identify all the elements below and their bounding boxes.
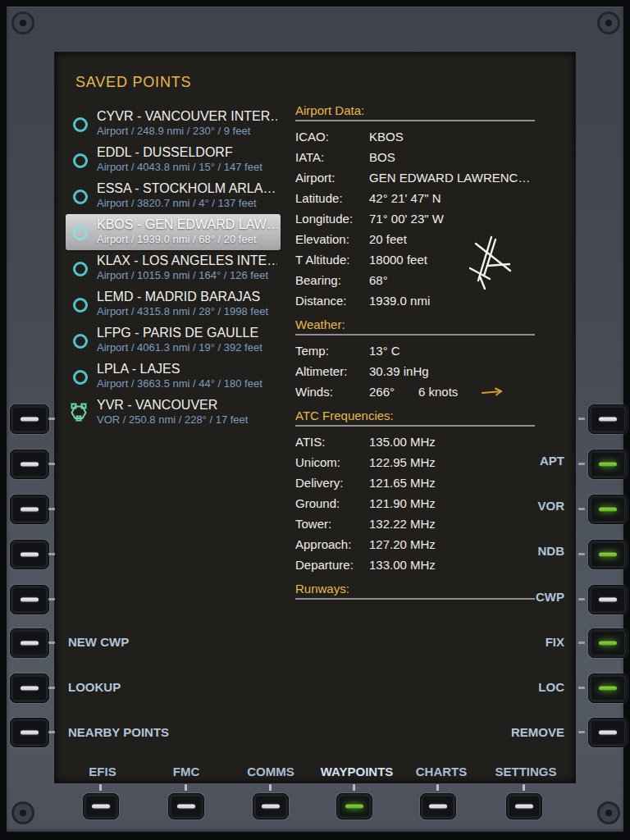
- waypoint-circle-icon: [73, 189, 88, 204]
- button-tick: [185, 784, 187, 791]
- data-row: ICAO:KBOS: [295, 126, 535, 147]
- saved-point-row-selected[interactable]: KBOS - GEN EDWARD LAW… Airport / 1939.0 …: [66, 214, 281, 250]
- data-row-label: T Altitude:: [295, 253, 369, 267]
- data-row-value: 132.22 MHz: [369, 517, 436, 531]
- side-label-remove[interactable]: REMOVE: [511, 724, 564, 741]
- data-row-label: ICAO:: [295, 130, 369, 144]
- cwp-key-button[interactable]: [588, 585, 628, 614]
- loc-key-button[interactable]: [588, 673, 628, 703]
- button-light: [429, 805, 447, 809]
- side-label-ndb[interactable]: NDB: [538, 543, 565, 559]
- fix-key-button[interactable]: [588, 628, 628, 658]
- tab-charts[interactable]: CHARTS: [416, 764, 468, 780]
- comms-key-button[interactable]: [253, 793, 289, 819]
- data-row: Delivery:121.65 MHz: [295, 472, 535, 493]
- point-detail: VOR / 250.8 nmi / 228° / 17 feet: [97, 413, 277, 427]
- data-row-value: 127.20 MHz: [369, 537, 436, 551]
- saved-point-row[interactable]: LFPG - PARIS DE GAULLE Airport / 4061.3 …: [66, 322, 281, 358]
- button-tick: [48, 463, 55, 465]
- runways-section: Runways:: [295, 580, 535, 600]
- side-label-apt[interactable]: APT: [540, 453, 564, 469]
- tab-waypoints[interactable]: WAYPOINTS: [321, 764, 394, 780]
- section-divider: [295, 334, 535, 336]
- waypoints-key-button[interactable]: [336, 793, 372, 819]
- button-light: [599, 687, 617, 691]
- button-light: [21, 641, 39, 646]
- remove-key-button[interactable]: [588, 718, 628, 747]
- button-light: [21, 463, 39, 467]
- side-label-vor[interactable]: VOR: [537, 498, 564, 514]
- side-label-cwp[interactable]: CWP: [536, 589, 564, 605]
- tab-fmc[interactable]: FMC: [173, 764, 200, 780]
- tab-settings[interactable]: SETTINGS: [495, 764, 556, 780]
- data-row: IATA:BOS: [295, 147, 535, 167]
- nearby-points-key-button[interactable]: [10, 718, 49, 747]
- data-row-value: 42° 21' 47" N: [369, 191, 441, 205]
- saved-point-row[interactable]: LEMD - MADRID BARAJAS Airport / 4315.8 n…: [66, 286, 281, 322]
- new-cwp-button[interactable]: NEW CWP: [68, 634, 129, 651]
- data-row: Latitude:42° 21' 47" N: [295, 188, 535, 208]
- data-row-value: GEN EDWARD LAWRENC…: [369, 171, 530, 185]
- button-light: [345, 805, 363, 809]
- saved-point-row[interactable]: KLAX - LOS ANGELES INTE… Airport / 1015.…: [66, 250, 281, 286]
- data-row: ATIS:135.00 MHz: [295, 431, 535, 452]
- button-light: [21, 598, 39, 602]
- charts-key-button[interactable]: [420, 793, 456, 819]
- lsk-left-3-button[interactable]: [10, 495, 49, 524]
- new-cwp-key-button[interactable]: [10, 628, 49, 658]
- data-row-value: BOS: [369, 150, 395, 164]
- point-name: LPLA - LAJES: [97, 360, 277, 377]
- point-detail: Airport / 3663.5 nmi / 44° / 180 feet: [97, 377, 277, 390]
- saved-points-list: CYVR - VANCOUVER INTER… Airport / 248.9 …: [66, 106, 281, 431]
- data-row-value: 121.65 MHz: [369, 476, 436, 490]
- saved-point-row[interactable]: LPLA - LAJES Airport / 3663.5 nmi / 44° …: [66, 358, 281, 395]
- data-row-value: KBOS: [369, 130, 404, 144]
- tab-efis[interactable]: EFIS: [89, 764, 116, 780]
- data-row-label: IATA:: [295, 150, 369, 164]
- tab-comms[interactable]: COMMS: [247, 764, 294, 780]
- data-row: Unicom:122.95 MHz: [295, 452, 535, 472]
- data-row-label: Approach:: [295, 537, 369, 551]
- button-light: [21, 418, 39, 422]
- data-row-value: 135.00 MHz: [369, 435, 436, 449]
- lsk-left-4-button[interactable]: [10, 540, 49, 569]
- lsk-left-1-button[interactable]: [10, 404, 49, 434]
- button-light: [599, 418, 617, 422]
- data-row-label: Winds:: [295, 385, 369, 399]
- data-row-value: 20 feet: [369, 232, 407, 246]
- button-light: [599, 553, 617, 557]
- data-row: Approach:127.20 MHz: [295, 534, 535, 555]
- ndb-key-button[interactable]: [588, 540, 628, 569]
- button-tick: [578, 598, 585, 600]
- saved-point-row[interactable]: EDDL - DUSSELDORF Airport / 4043.8 nmi /…: [66, 142, 281, 178]
- lookup-button[interactable]: LOOKUP: [68, 679, 121, 696]
- vor-key-button[interactable]: [588, 495, 628, 524]
- nearby-points-button[interactable]: NEARBY POINTS: [68, 724, 169, 741]
- saved-point-row[interactable]: CYVR - VANCOUVER INTER… Airport / 248.9 …: [66, 106, 281, 142]
- button-tick: [578, 463, 585, 465]
- lookup-key-button[interactable]: [10, 673, 49, 703]
- saved-point-row[interactable]: ESSA - STOCKHOLM ARLA… Airport / 3820.7 …: [66, 178, 281, 214]
- waypoint-circle-icon: [73, 262, 88, 276]
- button-tick: [523, 784, 525, 791]
- waypoint-circle-icon: [73, 226, 88, 240]
- section-header: ATC Frequencies:: [295, 407, 535, 425]
- lsk-right-1-button[interactable]: [588, 404, 628, 434]
- data-row: Ground:121.90 MHz: [295, 493, 535, 514]
- saved-point-row[interactable]: YVR - VANCOUVER VOR / 250.8 nmi / 228° /…: [66, 395, 281, 431]
- data-row-value: 13° C: [369, 344, 400, 358]
- fmc-key-button[interactable]: [168, 793, 204, 819]
- apt-key-button[interactable]: [588, 450, 628, 479]
- data-row-label: Unicom:: [295, 455, 369, 469]
- efis-key-button[interactable]: [83, 793, 119, 819]
- button-light: [92, 805, 110, 809]
- lsk-left-5-button[interactable]: [10, 585, 49, 614]
- settings-key-button[interactable]: [506, 793, 542, 819]
- button-tick: [99, 784, 102, 791]
- button-light: [21, 553, 39, 557]
- side-label-fix[interactable]: FIX: [546, 634, 564, 651]
- button-tick: [578, 687, 585, 689]
- lsk-left-2-button[interactable]: [10, 450, 49, 479]
- side-label-loc[interactable]: LOC: [538, 679, 564, 696]
- data-row-value: 1939.0 nmi: [369, 294, 430, 308]
